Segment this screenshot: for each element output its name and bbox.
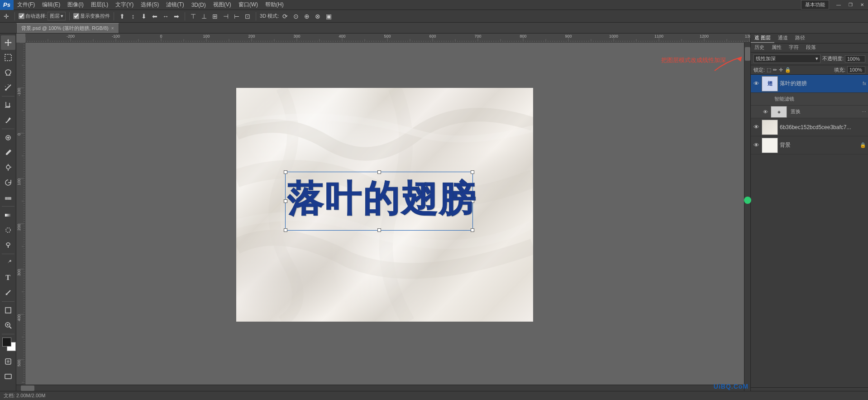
blend-mode-dropdown[interactable]: 线性加深 ▾ (754, 54, 820, 63)
path-select-tool[interactable] (1, 285, 15, 300)
close-button[interactable]: ✕ (856, 0, 868, 10)
replace-options[interactable]: ⋯ (862, 109, 866, 114)
layer-visibility-1[interactable]: 👁 (753, 80, 760, 87)
move-tool[interactable] (1, 35, 15, 50)
transform-handle-br[interactable] (471, 228, 474, 232)
document-tab[interactable]: 背景.psd @ 100% (落叶的翅膀, RGB/8) × (16, 23, 119, 33)
magic-wand-tool[interactable] (1, 80, 15, 95)
3d-slide-icon[interactable]: ⊗ (313, 12, 322, 21)
distribute-vcenter-icon[interactable]: ⊥ (200, 12, 209, 21)
vertical-scrollbar[interactable] (744, 43, 750, 391)
tab-history[interactable]: 历史 (751, 43, 768, 52)
text-tool[interactable]: T (1, 270, 15, 285)
3d-scale-icon[interactable]: ▣ (324, 12, 333, 21)
menu-text[interactable]: 文字(Y) (112, 0, 137, 10)
spot-heal-tool[interactable] (1, 130, 15, 145)
blur-tool[interactable] (1, 223, 15, 237)
move-tool-icon[interactable]: ✛ (2, 12, 11, 21)
align-right-icon[interactable]: ➡ (172, 12, 181, 21)
eraser-tool[interactable] (1, 190, 15, 205)
brush-tool[interactable] (1, 145, 15, 160)
menu-help[interactable]: 帮助(H) (262, 0, 287, 10)
distribute-right-icon[interactable]: ⊡ (243, 12, 252, 21)
menu-layer[interactable]: 图层(L) (87, 0, 112, 10)
tab-close-button[interactable]: × (111, 26, 114, 31)
pen-tool[interactable] (1, 255, 15, 270)
tab-properties[interactable]: 属性 (768, 43, 785, 52)
lock-px-icon[interactable]: ⬚ (767, 67, 771, 73)
dodge-tool[interactable] (1, 238, 15, 252)
layer-item-3[interactable]: 👁 背景 🔒 (751, 136, 868, 154)
layer-item-2[interactable]: 👁 6b36bec152bcd5cee3bafc7... (751, 118, 868, 136)
foreground-color[interactable] (2, 337, 11, 347)
lock-brush-icon[interactable]: ✏ (773, 67, 777, 73)
distribute-left-icon[interactable]: ⊣ (221, 12, 230, 21)
fill-input[interactable] (847, 66, 865, 73)
vertical-scrollbar-thumb[interactable] (745, 47, 750, 61)
menu-file[interactable]: 文件(F) (14, 0, 38, 10)
transform-handle-tl[interactable] (284, 170, 287, 174)
menu-3d[interactable]: 3D(D) (188, 0, 210, 10)
workspace-dropdown[interactable]: 基本功能 (801, 0, 829, 10)
opacity-input[interactable] (845, 55, 865, 63)
restore-button[interactable]: ❐ (844, 0, 856, 10)
3d-pan-icon[interactable]: ⊕ (302, 12, 311, 21)
menu-edit[interactable]: 编辑(E) (38, 0, 64, 10)
selection-tool[interactable] (1, 50, 15, 65)
crop-tool[interactable] (1, 98, 15, 112)
menu-select[interactable]: 选择(S) (137, 0, 162, 10)
transform-handle-tr[interactable] (471, 170, 474, 174)
lasso-tool[interactable] (1, 65, 15, 80)
layer-visibility-2[interactable]: 👁 (753, 124, 760, 131)
horizontal-scrollbar-thumb[interactable] (21, 386, 34, 391)
lock-move-icon[interactable]: ✛ (779, 67, 783, 73)
opacity-label: 不透明度: (822, 55, 844, 62)
3d-roll-icon[interactable]: ⊙ (291, 12, 300, 21)
3d-rotate-icon[interactable]: ⟳ (281, 12, 290, 21)
lock-all-icon[interactable]: 🔒 (785, 67, 791, 73)
menu-view[interactable]: 视图(V) (210, 0, 235, 10)
align-left-icon[interactable]: ⬅ (150, 12, 159, 21)
auto-select-dropdown[interactable]: 图层 ▾ (48, 12, 66, 20)
layer-subitem-replace[interactable]: 👁 ◈ 置换 ⋯ (751, 106, 868, 118)
quick-mask-tool[interactable] (1, 354, 15, 369)
menu-image[interactable]: 图像(I) (64, 0, 87, 10)
gradient-tool[interactable] (1, 208, 15, 222)
transform-handle-bl[interactable] (284, 228, 287, 232)
layer-visibility-3[interactable]: 👁 (753, 142, 760, 149)
horizontal-scrollbar[interactable] (16, 385, 744, 391)
canvas-area: 落叶的翅膀 把图层模式改成线性加深 (25, 43, 744, 385)
distribute-hcenter-icon[interactable]: ⊢ (232, 12, 241, 21)
tab-character[interactable]: 字符 (785, 43, 802, 52)
menu-window[interactable]: 窗口(W) (235, 0, 262, 10)
screen-mode-tool[interactable] (1, 370, 15, 384)
distribute-top-icon[interactable]: ⊤ (189, 12, 198, 21)
align-vcenter-icon[interactable]: ↕ (129, 12, 138, 21)
transform-handle-bm[interactable] (377, 228, 381, 232)
distribute-bottom-icon[interactable]: ⊞ (210, 12, 219, 21)
tab-paragraph[interactable]: 段落 (802, 43, 820, 52)
color-swatches[interactable] (1, 337, 15, 351)
layer-subitem-smart-filter[interactable]: 智能滤镜 (751, 93, 868, 106)
align-hcenter-icon[interactable]: ↔ (161, 12, 170, 21)
toolbar-separator5 (2, 301, 14, 302)
tab-channels[interactable]: 通道 (774, 34, 792, 43)
minimize-button[interactable]: — (833, 0, 844, 10)
menu-filter[interactable]: 滤镜(T) (162, 0, 187, 10)
eyedropper-tool[interactable] (1, 113, 15, 127)
zoom-tool[interactable] (1, 318, 15, 333)
show-transform-checkbox[interactable] (73, 13, 79, 19)
auto-select-checkbox[interactable] (19, 13, 24, 19)
align-bottom-icon[interactable]: ⬇ (139, 12, 148, 21)
layer-visibility-replace[interactable]: 👁 (762, 108, 769, 116)
tab-paths[interactable]: 路径 (792, 34, 809, 43)
layer-item-1[interactable]: 👁 翅 落叶的翅膀 fx (751, 75, 868, 93)
shape-tool[interactable] (1, 303, 15, 318)
clone-tool[interactable] (1, 160, 15, 175)
transform-handle-tm[interactable] (377, 170, 381, 174)
svg-point-9 (6, 165, 10, 169)
align-top-icon[interactable]: ⬆ (118, 12, 127, 21)
history-brush-tool[interactable] (1, 175, 15, 190)
right-panel-tabs: 遮 图层 通道 路径 (751, 34, 868, 43)
tab-layers[interactable]: 遮 图层 (751, 34, 774, 43)
